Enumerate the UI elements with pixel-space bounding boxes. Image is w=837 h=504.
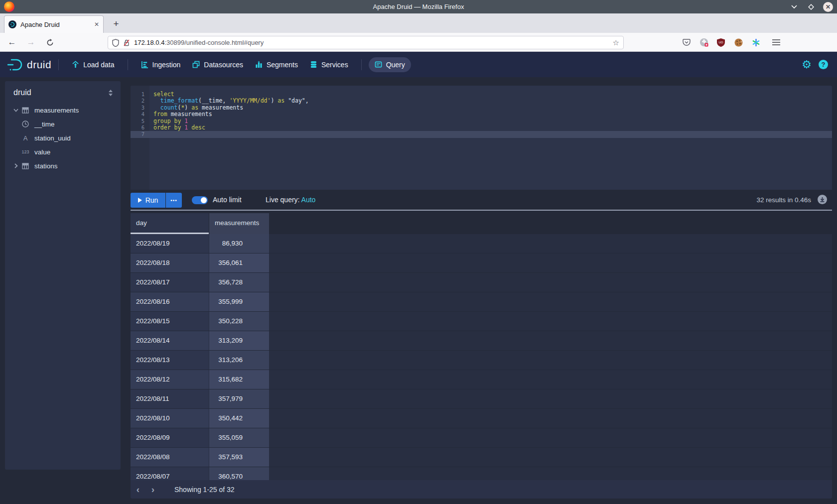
window-maximize-button[interactable] [806,2,816,12]
table-row[interactable]: 2022/08/18356,061 [131,253,832,273]
splitter-divider[interactable] [131,210,832,211]
druid-header: druid Load data Ingestion Datasources Se… [0,52,837,77]
cookie-icon[interactable] [731,35,745,49]
ublock-icon[interactable]: UO [714,35,728,49]
results-table: 2022/08/1986,9302022/08/18356,0612022/08… [131,234,832,480]
cell-day[interactable]: 2022/08/09 [131,428,209,447]
tab-close-icon[interactable]: ✕ [94,21,99,28]
browser-tab[interactable]: Apache Druid ✕ [4,15,104,33]
cell-measurements[interactable]: 350,228 [209,312,269,331]
table-row[interactable]: 2022/08/09355,059 [131,428,832,448]
tree-item-stations[interactable]: stations [5,159,121,173]
prev-page-icon[interactable]: ‹ [131,484,145,495]
column-header-measurements[interactable]: measurements [209,213,269,234]
extension-icon[interactable] [697,35,711,49]
nav-load-data[interactable]: Load data [66,57,120,72]
tree-item-station-uuid[interactable]: A station_uuid [5,131,121,145]
live-query-value[interactable]: Auto [301,196,316,204]
nav-services[interactable]: Services [304,57,354,72]
tree-item-value[interactable]: 123 value [5,145,121,159]
new-tab-button[interactable]: + [109,16,124,31]
cell-measurements[interactable]: 313,209 [209,331,269,350]
chevron-down-icon[interactable] [11,109,21,112]
table-row[interactable]: 2022/08/11357,979 [131,389,832,409]
nav-label: Load data [83,61,114,69]
table-row[interactable]: 2022/08/12315,682 [131,370,832,389]
line-number: 6 [131,125,149,131]
cell-measurements[interactable]: 315,682 [209,370,269,389]
tree-label: measurements [34,107,79,114]
number-type-icon: 123 [21,149,30,154]
cell-measurements[interactable]: 356,061 [209,253,269,272]
bookmark-star-icon[interactable]: ☆ [613,38,619,47]
next-page-icon[interactable]: › [145,484,160,495]
table-row[interactable]: 2022/08/10350,442 [131,409,832,428]
tree-item-time[interactable]: __time [5,117,121,131]
clock-icon [21,121,30,127]
sql-editor[interactable]: 1234567 select time_format(__time, 'YYYY… [131,86,832,190]
table-row[interactable]: 2022/08/07360,570 [131,467,832,480]
gear-icon[interactable]: ⚙ [802,59,812,70]
url-text[interactable]: 172.18.0.4:30899/unified-console.html#qu… [134,39,609,46]
run-more-button[interactable]: ••• [166,193,182,208]
table-row[interactable]: 2022/08/16355,999 [131,292,832,312]
pocket-icon[interactable] [680,35,694,49]
cell-day[interactable]: 2022/08/08 [131,448,209,467]
nav-segments[interactable]: Segments [249,57,304,72]
table-row[interactable]: 2022/08/08357,593 [131,448,832,467]
table-row[interactable]: 2022/08/13313,206 [131,351,832,370]
chevron-right-icon[interactable] [11,163,21,168]
cell-measurements[interactable]: 313,206 [209,351,269,370]
cell-measurements[interactable]: 355,999 [209,292,269,311]
code-line [149,131,832,137]
cell-day[interactable]: 2022/08/17 [131,273,209,292]
cell-day[interactable]: 2022/08/12 [131,370,209,389]
nav-ingestion[interactable]: Ingestion [135,57,187,72]
cell-measurements[interactable]: 86,930 [209,234,269,253]
cell-measurements[interactable]: 350,442 [209,409,269,428]
cell-day[interactable]: 2022/08/11 [131,389,209,408]
cell-day[interactable]: 2022/08/14 [131,331,209,350]
cell-day[interactable]: 2022/08/07 [131,467,209,480]
help-icon[interactable]: ? [819,60,828,69]
auto-limit-toggle[interactable] [192,196,208,204]
forward-button[interactable]: → [24,33,38,52]
back-button[interactable]: ← [5,33,19,52]
table-row[interactable]: 2022/08/17356,728 [131,273,832,292]
tree-item-measurements[interactable]: measurements [5,103,121,117]
reload-button[interactable] [43,33,57,52]
cell-measurements[interactable]: 357,979 [209,389,269,408]
pagination-text: Showing 1-25 of 32 [174,486,235,494]
lock-slash-icon[interactable] [123,39,130,47]
datasources-icon [192,61,200,68]
cell-measurements[interactable]: 356,728 [209,273,269,292]
druid-brand[interactable]: druid [7,58,51,71]
nav-query[interactable]: Query [369,57,411,72]
cell-day[interactable]: 2022/08/19 [131,234,209,253]
cell-measurements[interactable]: 355,059 [209,428,269,447]
hamburger-menu-icon[interactable] [769,35,783,49]
colorful-asterisk-icon[interactable] [749,35,763,49]
separator [58,59,59,70]
column-header-day[interactable]: day [131,213,209,234]
window-titlebar: Apache Druid — Mozilla Firefox ✕ [0,0,837,13]
download-icon[interactable] [818,195,827,204]
cell-day[interactable]: 2022/08/10 [131,409,209,428]
cell-measurements[interactable]: 357,593 [209,448,269,467]
table-row[interactable]: 2022/08/1986,930 [131,234,832,253]
nav-datasources[interactable]: Datasources [186,57,249,72]
url-bar[interactable]: 172.18.0.4:30899/unified-console.html#qu… [108,36,624,49]
run-button[interactable]: Run [131,193,165,208]
window-close-button[interactable]: ✕ [823,2,833,12]
sort-icon[interactable] [109,90,113,96]
cell-day[interactable]: 2022/08/18 [131,253,209,272]
editor-code[interactable]: select time_format(__time, 'YYYY/MM/dd')… [149,86,832,190]
shield-icon[interactable] [112,39,119,47]
cell-day[interactable]: 2022/08/15 [131,312,209,331]
table-row[interactable]: 2022/08/15350,228 [131,312,832,331]
window-minimize-button[interactable] [789,2,799,12]
cell-measurements[interactable]: 360,570 [209,467,269,480]
table-row[interactable]: 2022/08/14313,209 [131,331,832,351]
cell-day[interactable]: 2022/08/16 [131,292,209,311]
cell-day[interactable]: 2022/08/13 [131,351,209,370]
